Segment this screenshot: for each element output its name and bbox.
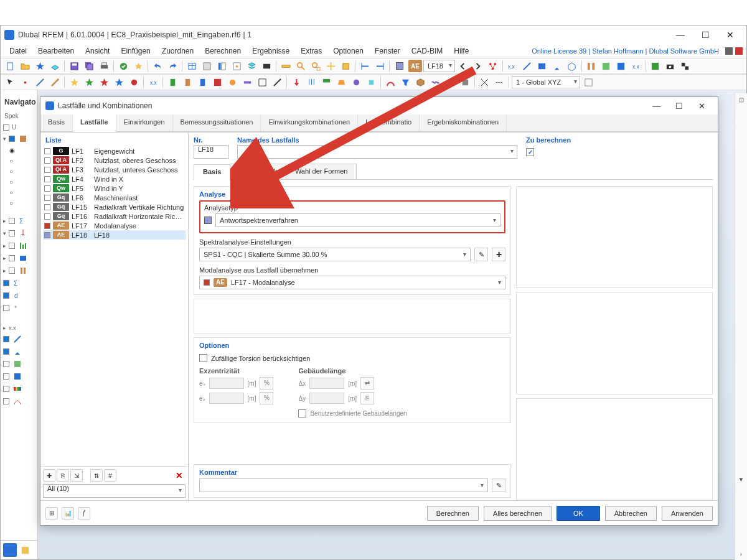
validate-icon[interactable] <box>116 59 130 73</box>
name-input[interactable] <box>237 145 517 159</box>
grid3d-icon[interactable] <box>565 59 579 73</box>
pan-icon[interactable] <box>324 59 337 73</box>
properties-icon[interactable] <box>230 59 243 73</box>
dx-input[interactable] <box>309 378 344 389</box>
dialog-close-button[interactable]: ✕ <box>690 98 713 113</box>
sub-tab-formen[interactable]: Wahl der Formen <box>286 164 357 179</box>
line-icon[interactable] <box>33 75 47 89</box>
node-icon[interactable] <box>18 75 32 89</box>
surface-icon[interactable] <box>535 59 549 73</box>
measure-icon[interactable] <box>279 59 293 73</box>
dialog-maximize-button[interactable]: ☐ <box>668 98 690 113</box>
loadcase-row[interactable]: QwLF4Wind in X <box>43 174 186 184</box>
footer-tool3-icon[interactable]: ƒ <box>78 507 90 520</box>
nav-checkbox[interactable] <box>9 230 15 236</box>
tool-b-icon[interactable] <box>82 75 96 89</box>
maximize-button[interactable]: ☐ <box>693 27 718 43</box>
cs3-icon[interactable] <box>195 75 209 89</box>
save-all-icon[interactable] <box>82 59 96 73</box>
tab-basis[interactable]: Basis <box>40 114 73 131</box>
menu-extras[interactable]: Extras <box>296 45 327 57</box>
undo-icon[interactable] <box>151 59 164 73</box>
align-left-icon[interactable] <box>358 59 372 73</box>
nav-checkbox[interactable] <box>9 218 15 224</box>
nav-checkbox[interactable] <box>9 255 15 261</box>
spektral-edit-icon[interactable]: ✎ <box>474 248 488 261</box>
colorbar-icon[interactable] <box>443 75 457 89</box>
ex-input[interactable] <box>209 378 244 389</box>
nav-checkbox[interactable] <box>3 386 9 392</box>
solid-icon[interactable] <box>458 75 472 89</box>
close-button[interactable]: ✕ <box>718 27 743 43</box>
load3-icon[interactable] <box>319 75 333 89</box>
footer-tool1-icon[interactable]: ⊞ <box>45 507 58 520</box>
cs6-icon[interactable] <box>240 75 254 89</box>
ey-input[interactable] <box>209 393 244 404</box>
nav-checkbox[interactable] <box>3 361 9 367</box>
trim-icon[interactable] <box>492 75 506 89</box>
dy-copy-button[interactable]: ⎘ <box>360 392 374 404</box>
save-icon[interactable] <box>67 59 81 73</box>
support-icon[interactable] <box>550 59 564 73</box>
list-copy-icon[interactable]: ⎘ <box>57 469 69 482</box>
tab-lastfaelle[interactable]: Lastfälle <box>73 114 116 132</box>
menu-hilfe[interactable]: Hilfe <box>449 45 474 57</box>
ex-pct-button[interactable]: % <box>260 377 273 390</box>
loadcase-row[interactable]: GqLF6Maschinenlast <box>43 193 186 202</box>
tool-e-icon[interactable] <box>127 75 141 89</box>
cs-edit-icon[interactable] <box>581 75 595 89</box>
close-panel-icon[interactable] <box>735 47 743 55</box>
cut-icon[interactable] <box>477 75 491 89</box>
model-icon[interactable] <box>48 59 62 73</box>
filter1-icon[interactable]: x.x <box>505 59 519 73</box>
res1-icon[interactable] <box>383 75 397 89</box>
zoom-window-icon[interactable] <box>294 59 308 73</box>
load1-icon[interactable] <box>289 75 303 89</box>
dx-link-button[interactable]: ⇄ <box>360 377 374 390</box>
rotate-view-icon[interactable] <box>339 59 352 73</box>
sub-tab-antwortspektren[interactable]: Antwortspek <box>230 164 286 179</box>
menu-cadbim[interactable]: CAD-BIM <box>406 45 448 57</box>
funnel-icon[interactable] <box>398 75 412 89</box>
restore-panel-icon[interactable] <box>725 47 733 55</box>
tab-lastkomb[interactable]: Lastkombinatio <box>358 114 420 131</box>
align-right-icon[interactable] <box>373 59 387 73</box>
kommentar-input[interactable] <box>199 478 488 492</box>
nav-checkbox[interactable] <box>3 373 9 380</box>
load6-icon[interactable] <box>364 75 378 89</box>
ey-pct-button[interactable]: % <box>260 392 273 404</box>
loadcase-row[interactable]: AELF17Modalanalyse <box>43 221 186 230</box>
compute-checkbox[interactable] <box>526 148 534 156</box>
menu-datei[interactable]: Datei <box>4 45 32 57</box>
modal-dropdown[interactable]: AE LF17 - Modalanalyse <box>199 276 505 289</box>
menu-ergebnisse[interactable]: Ergebnisse <box>247 45 294 57</box>
list-renum-icon[interactable]: # <box>104 469 116 482</box>
zoom-all-icon[interactable] <box>309 59 322 73</box>
menu-bearbeiten[interactable]: Bearbeiten <box>33 45 79 57</box>
funnel-dock-icon[interactable]: ▼ <box>735 473 747 485</box>
cube-icon[interactable] <box>413 75 427 89</box>
footer-tool2-icon[interactable]: 📊 <box>62 507 74 520</box>
load5-icon[interactable] <box>349 75 363 89</box>
cs1-icon[interactable] <box>166 75 179 89</box>
loadcase-row[interactable]: QI ALF3Nutzlast, unteres Geschoss <box>43 165 186 174</box>
kommentar-edit-icon[interactable]: ✎ <box>492 478 505 492</box>
cs5-icon[interactable] <box>225 75 239 89</box>
loadcase-row[interactable]: GqLF16Radialkraft Horizontale Richtung <box>43 212 186 221</box>
menu-optionen[interactable]: Optionen <box>328 45 369 57</box>
cancel-button[interactable]: Abbrechen <box>605 506 657 521</box>
nr-input[interactable]: LF18 <box>194 145 228 159</box>
expand-icon[interactable]: › <box>735 548 747 560</box>
redo-icon[interactable] <box>166 59 179 73</box>
list-filter-dropdown[interactable]: All (10) <box>43 484 186 498</box>
calc-all-button[interactable]: Alles berechnen <box>484 506 552 521</box>
menu-berechnen[interactable]: Berechnen <box>200 45 246 57</box>
inspector-icon[interactable] <box>215 59 228 73</box>
render-icon[interactable] <box>649 59 662 73</box>
tab-bemessung[interactable]: Bemessungssituationen <box>173 114 261 131</box>
dim-x-icon[interactable]: x.x <box>146 75 160 89</box>
open-file-icon[interactable] <box>18 59 32 73</box>
nav-tab1-icon[interactable] <box>3 543 17 557</box>
loadcase-row[interactable]: GqLF15Radialkraft Vertikale Richtung <box>43 202 186 212</box>
pin-icon[interactable]: ⊡ <box>735 93 747 106</box>
